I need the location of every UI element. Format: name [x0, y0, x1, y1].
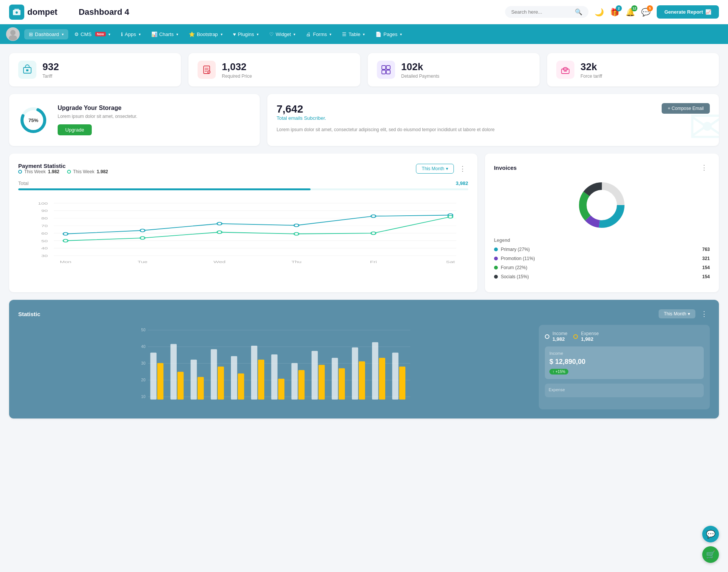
generate-report-button[interactable]: Generate Report 📈	[657, 5, 719, 19]
nav-item-widget[interactable]: ♡ Widget ▾	[265, 29, 300, 39]
statistic-month-filter-button[interactable]: This Month ▾	[659, 309, 695, 318]
svg-text:40: 40	[141, 345, 146, 349]
expense-box-title: Expense	[549, 387, 700, 392]
nav-item-apps[interactable]: ℹ Apps ▾	[116, 29, 145, 39]
detailed-payments-label: Detailed Payments	[401, 74, 439, 79]
payment-total-row: Total 3,982	[18, 180, 468, 186]
nav-item-pages[interactable]: 📄 Pages ▾	[371, 29, 406, 39]
forms-arrow-icon: ▾	[329, 32, 331, 36]
svg-point-56	[448, 215, 453, 218]
income-expense-row: Income 1,982 Expense 1,982	[545, 331, 704, 342]
svg-rect-80	[231, 356, 237, 400]
svg-rect-88	[312, 351, 318, 400]
svg-point-52	[140, 237, 145, 239]
svg-point-3	[10, 30, 16, 35]
nav-item-plugins[interactable]: ♥ Plugins ▾	[229, 29, 263, 39]
legend-row-socials: Socials (15%) 154	[494, 274, 710, 279]
nav-item-charts[interactable]: 📊 Charts ▾	[147, 29, 183, 39]
cms-arrow-icon: ▾	[108, 32, 110, 36]
storage-donut-chart: 75%	[18, 105, 49, 135]
force-tariff-icon	[556, 61, 574, 79]
tariff-icon	[18, 61, 36, 79]
svg-point-55	[371, 232, 376, 235]
chat-badge: 5	[647, 5, 653, 11]
svg-rect-78	[211, 349, 217, 400]
svg-rect-16	[382, 70, 386, 74]
income-growth-badge: ↑ +15%	[549, 369, 568, 375]
gift-icon-btn[interactable]: 🎁 2	[610, 8, 620, 17]
invoices-menu-button[interactable]: ⋮	[698, 163, 710, 172]
svg-rect-81	[238, 373, 244, 400]
income-info: Income 1,982	[552, 331, 567, 342]
bar-chart-icon: 📈	[705, 9, 711, 15]
expense-label: Expense	[581, 331, 599, 336]
cms-nav-label: CMS	[81, 31, 92, 37]
svg-point-47	[217, 222, 222, 225]
nav-item-forms[interactable]: 🖨 Forms ▾	[301, 29, 336, 39]
required-price-label: Required Price	[222, 74, 252, 79]
svg-text:30: 30	[41, 254, 48, 258]
middle-row: 75% Upgrade Your Storage Lorem ipsum dol…	[9, 94, 719, 146]
svg-text:50: 50	[141, 328, 146, 332]
this-month-filter-button[interactable]: This Month ▾	[416, 164, 453, 174]
moon-icon: 🌙	[595, 8, 604, 16]
legend-row-forum: Forum (22%) 154	[494, 265, 710, 270]
upgrade-button[interactable]: Upgrade	[58, 124, 92, 135]
statistic-month-label: This Month	[664, 311, 686, 317]
svg-rect-86	[292, 363, 298, 400]
svg-text:10: 10	[141, 395, 146, 399]
payment-filter-area: This Month ▾ ⋮	[416, 164, 468, 174]
nav-item-cms[interactable]: ⚙ CMS New ▾	[70, 29, 115, 39]
required-price-icon	[198, 61, 216, 79]
plugins-nav-icon: ♥	[233, 31, 236, 37]
force-tariff-value: 32k	[581, 61, 602, 73]
primary-legend-label: Primary (27%)	[501, 247, 530, 252]
detailed-payments-icon	[377, 61, 395, 79]
legend-row-primary: Primary (27%) 763	[494, 247, 710, 252]
statistic-menu-button[interactable]: ⋮	[698, 309, 710, 319]
detailed-payments-value: 102k	[401, 61, 439, 73]
legend-row-forum-left: Forum (22%)	[494, 265, 527, 270]
socials-legend-dot	[494, 275, 498, 279]
income-arrow-icon: ↑	[552, 370, 554, 374]
payment-menu-button[interactable]: ⋮	[457, 164, 468, 174]
svg-point-2	[16, 11, 18, 14]
search-input[interactable]	[511, 9, 572, 15]
charts-arrow-icon: ▾	[176, 32, 178, 36]
svg-rect-82	[251, 346, 257, 400]
invoices-header: Invoices ⋮	[494, 163, 710, 172]
primary-legend-dot	[494, 248, 498, 251]
nav-avatar	[6, 27, 20, 41]
income-item: Income 1,982	[545, 331, 567, 342]
bell-icon-btn[interactable]: 🔔 12	[626, 8, 635, 17]
search-area[interactable]: 🔍	[505, 6, 588, 18]
svg-text:80: 80	[41, 216, 48, 221]
statistic-section: Statistic This Month ▾ ⋮ 50 40 30 20 10	[9, 300, 719, 418]
dashboard-nav-icon: ⊞	[29, 31, 33, 37]
svg-rect-83	[258, 360, 265, 400]
pages-nav-label: Pages	[383, 31, 397, 37]
moon-icon-btn[interactable]: 🌙	[595, 8, 604, 17]
storage-card: 75% Upgrade Your Storage Lorem ipsum dol…	[9, 94, 260, 146]
email-count: 7,642 Total emails Subcriber.	[276, 103, 326, 124]
nav-item-bootstrap[interactable]: ⭐ Bootstrap ▾	[184, 29, 227, 39]
legend-title: Legend	[494, 238, 710, 243]
apps-nav-icon: ℹ	[121, 31, 123, 37]
widget-nav-label: Widget	[276, 31, 291, 37]
forms-nav-icon: 🖨	[306, 31, 311, 37]
widget-nav-icon: ♡	[269, 31, 274, 37]
chat-icon-btn[interactable]: 💬 5	[641, 8, 651, 17]
cms-new-badge: New	[95, 32, 106, 36]
payment-line-chart: 100 90 80 70 60 50 40 30 Mon Tue Wed Thu…	[18, 196, 468, 265]
apps-arrow-icon: ▾	[139, 32, 141, 36]
nav-item-dashboard[interactable]: ⊞ Dashboard ▾	[24, 29, 68, 39]
svg-rect-95	[379, 358, 386, 400]
bell-badge: 12	[631, 5, 637, 11]
storage-percent-label: 75%	[28, 117, 38, 123]
force-tariff-label: Force tariff	[581, 74, 602, 79]
nav-item-table[interactable]: ☰ Table ▾	[337, 29, 369, 39]
legend-row-primary-left: Primary (27%)	[494, 247, 530, 252]
statistic-dropdown-icon: ▾	[688, 311, 690, 317]
income-value: 1,982	[552, 336, 567, 342]
legend-item-week2: This Week 1.982	[67, 169, 108, 174]
